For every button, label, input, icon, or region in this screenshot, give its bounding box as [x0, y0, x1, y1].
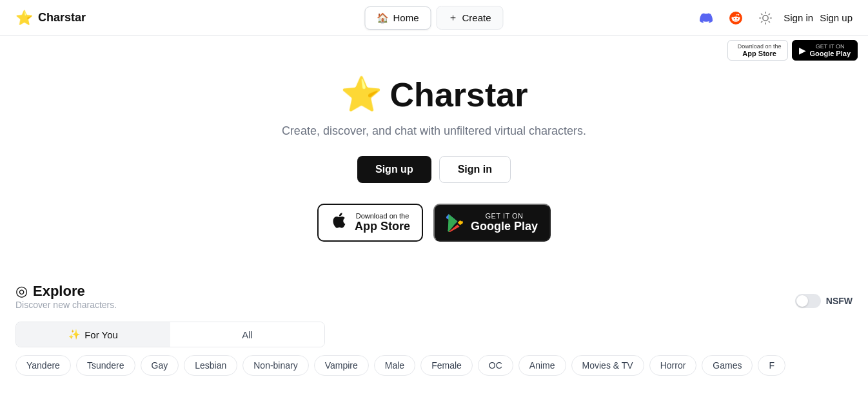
tab-for-you[interactable]: ✨ For You — [16, 322, 170, 347]
header-appstore-sub: Download on the — [738, 43, 782, 50]
header-store-badges: Download on the App Store ▶ GET IT ON Go… — [727, 36, 858, 64]
header-googleplay-main: Google Play — [809, 50, 851, 57]
svg-line-8 — [769, 14, 770, 14]
chip-item[interactable]: Horror — [649, 355, 697, 376]
home-nav-button[interactable]: 🏠 Home — [364, 6, 431, 30]
hero-buttons: Sign up Sign in — [357, 156, 511, 183]
chip-item[interactable]: Tsundere — [76, 355, 135, 376]
home-icon: 🏠 — [377, 12, 389, 24]
appstore-button[interactable]: Download on the App Store — [317, 204, 423, 242]
nsfw-toggle-row: NSFW — [795, 294, 853, 308]
chip-item[interactable]: Vampire — [314, 355, 369, 376]
svg-line-7 — [762, 21, 762, 22]
logo-name: Charstar — [38, 11, 86, 24]
for-you-label: For You — [84, 329, 118, 340]
create-nav-label: Create — [462, 12, 491, 23]
nsfw-toggle[interactable] — [795, 294, 821, 308]
chip-item[interactable]: Movies & TV — [571, 355, 644, 376]
explore-title-row: ◎ Explore — [15, 283, 117, 300]
chip-item[interactable]: OC — [478, 355, 513, 376]
home-nav-label: Home — [393, 12, 419, 23]
header-googleplay-sub: GET IT ON — [809, 43, 851, 50]
hero-star-icon: ⭐ — [340, 75, 382, 114]
chip-item[interactable]: F — [758, 355, 785, 376]
hero-signup-button[interactable]: Sign up — [357, 156, 431, 183]
hero-signin-button[interactable]: Sign in — [439, 156, 511, 183]
sign-up-button[interactable]: Sign up — [820, 12, 853, 23]
nsfw-toggle-thumb — [796, 295, 808, 307]
create-nav-button[interactable]: ＋ Create — [436, 6, 503, 30]
hero-title: Charstar — [390, 75, 528, 114]
chip-item[interactable]: Gay — [141, 355, 179, 376]
discord-button[interactable] — [695, 6, 718, 30]
create-icon: ＋ — [448, 12, 458, 24]
chip-item[interactable]: Male — [374, 355, 415, 376]
svg-point-0 — [763, 15, 768, 20]
googleplay-icon — [446, 214, 464, 232]
nsfw-label: NSFW — [826, 296, 853, 306]
header: ⭐ Charstar 🏠 Home ＋ Create — [0, 0, 868, 36]
tab-all[interactable]: All — [170, 322, 324, 347]
reddit-button[interactable] — [724, 6, 747, 30]
header-right: Sign in Sign up — [695, 6, 853, 30]
logo[interactable]: ⭐ Charstar — [15, 10, 86, 26]
explore-subtitle: Discover new characters. — [15, 300, 117, 310]
chip-item[interactable]: Yandere — [15, 355, 71, 376]
chip-item[interactable]: Anime — [518, 355, 566, 376]
svg-line-3 — [762, 14, 762, 14]
sign-in-button[interactable]: Sign in — [784, 12, 813, 23]
chip-item[interactable]: Lesbian — [184, 355, 237, 376]
explore-title: Explore — [33, 283, 85, 300]
appstore-badge-sub: Download on the — [355, 212, 410, 220]
googleplay-badge-main: Google Play — [471, 220, 538, 234]
tabs-row: ✨ For You All — [15, 322, 325, 347]
store-badges: Download on the App Store GET IT ON Goog… — [317, 204, 551, 242]
chip-item[interactable]: Female — [420, 355, 473, 376]
googleplay-button[interactable]: GET IT ON Google Play — [433, 204, 551, 242]
explore-icon: ◎ — [15, 283, 28, 300]
chips-row: YandereTsundereGayLesbianNon-binaryVampi… — [15, 355, 853, 378]
hero-title-row: ⭐ Charstar — [340, 75, 528, 114]
apple-icon — [330, 211, 348, 234]
main-nav: 🏠 Home ＋ Create — [364, 6, 503, 30]
header-appstore-main: App Store — [738, 50, 782, 57]
chip-item[interactable]: Non-binary — [242, 355, 308, 376]
theme-toggle-button[interactable] — [754, 6, 777, 30]
explore-header: ◎ Explore Discover new characters. NSFW — [15, 283, 853, 319]
header-googleplay-button[interactable]: ▶ GET IT ON Google Play — [792, 40, 858, 61]
google-small-icon: ▶ — [799, 45, 806, 55]
svg-line-4 — [769, 21, 770, 22]
explore-section: ◎ Explore Discover new characters. NSFW … — [0, 267, 868, 378]
logo-star-icon: ⭐ — [15, 10, 33, 26]
for-you-icon: ✨ — [68, 329, 81, 340]
header-appstore-button[interactable]: Download on the App Store — [727, 40, 789, 61]
all-label: All — [242, 329, 253, 340]
appstore-badge-main: App Store — [355, 220, 410, 234]
hero-subtitle: Create, discover, and chat with unfilter… — [282, 124, 586, 138]
hero-section: ⭐ Charstar Create, discover, and chat wi… — [0, 36, 868, 267]
googleplay-badge-sub: GET IT ON — [471, 212, 538, 220]
chip-item[interactable]: Games — [702, 355, 753, 376]
